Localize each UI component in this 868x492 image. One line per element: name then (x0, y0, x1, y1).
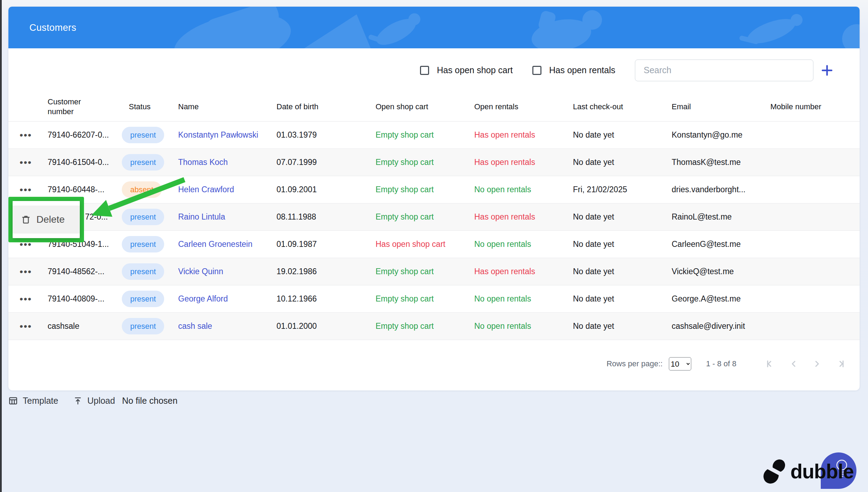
customer-name-link[interactable]: George Alford (178, 294, 228, 303)
status-badge: present (122, 318, 164, 334)
cell-open-rentals: No open rentals (474, 321, 573, 331)
upload-button-label: Upload (87, 396, 115, 406)
row-menu-button[interactable]: ••• (19, 128, 33, 142)
search-input[interactable] (635, 60, 813, 81)
cell-open-shop-cart: Empty shop cart (376, 294, 474, 304)
last-page-button[interactable] (835, 359, 845, 369)
cell-open-shop-cart: Empty shop cart (376, 212, 474, 222)
delete-menu-item[interactable]: Delete (13, 206, 80, 234)
status-badge: present (122, 154, 164, 171)
cell-date-of-birth: 01.03.1979 (276, 130, 376, 140)
scuba-watermark-graphics (8, 7, 860, 48)
template-button[interactable]: Template (8, 396, 58, 406)
cell-date-of-birth: 19.02.1986 (276, 267, 376, 276)
cell-last-check-out: No date yet (573, 130, 672, 140)
table-body: ••• 79140-66207-0... present Konstantyn … (8, 122, 860, 340)
col-mobile-number: Mobile number (770, 102, 860, 111)
row-menu-button[interactable]: ••• (19, 155, 33, 169)
customer-name-link[interactable]: Carleen Groenestein (178, 240, 252, 249)
first-page-button[interactable] (766, 359, 776, 369)
table-row: ••• 79140-51049-1... present Carleen Gro… (8, 231, 860, 258)
table-row: ••• 79140-48562-... present Vickie Quinn… (8, 258, 860, 285)
ellipsis-icon: ••• (20, 321, 32, 332)
has-open-rentals-checkbox[interactable] (532, 66, 541, 75)
status-badge: present (122, 127, 164, 143)
cell-customer-number: 79140-66207-0... (48, 130, 122, 140)
cell-email: George.A@test.me (672, 294, 770, 304)
annotation-highlight-box: Delete (8, 197, 84, 242)
filter-has-open-shop-cart: Has open shop cart (420, 65, 513, 75)
ellipsis-icon: ••• (20, 184, 32, 195)
ellipsis-icon: ••• (20, 266, 32, 277)
window-left-edge (0, 0, 2, 492)
cell-open-rentals: Has open rentals (474, 130, 573, 140)
cell-open-rentals: No open rentals (474, 240, 573, 249)
cell-open-rentals: No open rentals (474, 294, 573, 304)
chevron-right-icon (812, 359, 822, 369)
table-row: ••• 79140-60448-... absent Helen Crawfor… (8, 176, 860, 203)
ellipsis-icon: ••• (20, 130, 32, 140)
cell-open-rentals: Has open rentals (474, 212, 573, 222)
has-open-rentals-label: Has open rentals (549, 65, 615, 75)
status-badge: absent (122, 181, 162, 198)
cell-customer-number: 79140-60448-... (48, 185, 122, 194)
cell-customer-number: 79140-61504-0... (48, 158, 122, 167)
table-row: ••• 79140-40809-... present George Alfor… (8, 285, 860, 313)
add-customer-button[interactable] (815, 60, 839, 81)
col-open-rentals: Open rentals (474, 102, 573, 111)
cell-email: CarleenG@test.me (672, 240, 770, 249)
cell-open-shop-cart: Empty shop cart (376, 158, 474, 167)
table-row: ••• 79140-61504-0... present Thomas Koch… (8, 149, 860, 176)
ellipsis-icon: ••• (20, 157, 32, 168)
has-open-shop-cart-checkbox[interactable] (420, 66, 429, 75)
delete-menu-item-label: Delete (36, 214, 65, 225)
logo-peanut-icon (762, 455, 787, 487)
cell-open-rentals: No open rentals (474, 185, 573, 194)
cell-last-check-out: No date yet (573, 267, 672, 276)
file-chosen-text: No file chosen (122, 396, 177, 406)
cell-open-shop-cart: Empty shop cart (376, 267, 474, 276)
status-badge: present (122, 209, 164, 225)
import-bar: Template Upload No file chosen (8, 393, 177, 408)
customer-name-link[interactable]: Raino Lintula (178, 212, 225, 221)
status-badge: present (122, 236, 164, 252)
cell-customer-number: 79140-40809-... (48, 294, 122, 304)
status-badge: present (122, 263, 164, 280)
status-badge: present (122, 291, 164, 307)
panel-header: Customers (8, 7, 860, 48)
customer-name-link[interactable]: Vickie Quinn (178, 267, 223, 276)
row-menu-button[interactable]: ••• (19, 183, 33, 197)
cell-email: cashsale@divery.init (672, 321, 770, 331)
rows-per-page-select[interactable]: 10 (669, 357, 691, 370)
col-date-of-birth: Date of birth (276, 102, 376, 111)
cell-open-rentals: Has open rentals (474, 158, 573, 167)
row-menu-button[interactable]: ••• (19, 265, 33, 279)
cell-open-shop-cart: Empty shop cart (376, 321, 474, 331)
cell-last-check-out: No date yet (573, 212, 672, 222)
rows-per-page-label: Rows per page:: (607, 359, 663, 368)
cell-open-shop-cart: Has open shop cart (376, 240, 474, 249)
template-button-label: Template (23, 396, 58, 406)
cell-open-shop-cart: Empty shop cart (376, 185, 474, 194)
table-row: ••• 72-0... present Raino Lintula 08.11.… (8, 203, 860, 231)
col-last-check-out: Last check-out (573, 102, 672, 111)
customer-name-link[interactable]: Helen Crawford (178, 185, 234, 194)
row-menu-button[interactable]: ••• (19, 292, 33, 306)
customer-name-link[interactable]: cash sale (178, 321, 212, 331)
cell-last-check-out: No date yet (573, 158, 672, 167)
previous-page-button[interactable] (789, 359, 799, 369)
chevron-left-icon (789, 359, 799, 369)
customer-name-link[interactable]: Konstantyn Pawłowski (178, 130, 258, 139)
col-status: Status (122, 102, 178, 111)
cell-customer-number: 79140-48562-... (48, 267, 122, 276)
row-menu-button[interactable]: ••• (19, 319, 33, 333)
cell-email: RainoL@test.me (672, 212, 770, 222)
row-context-menu: Delete (13, 201, 80, 238)
upload-button[interactable]: Upload (74, 396, 115, 406)
cell-date-of-birth: 01.09.1987 (276, 240, 376, 249)
col-open-shop-cart: Open shop cart (376, 102, 474, 111)
logo-text: dubble (790, 460, 856, 483)
customer-name-link[interactable]: Thomas Koch (178, 158, 228, 167)
pagination-range: 1 - 8 of 8 (706, 359, 736, 368)
next-page-button[interactable] (812, 359, 822, 369)
